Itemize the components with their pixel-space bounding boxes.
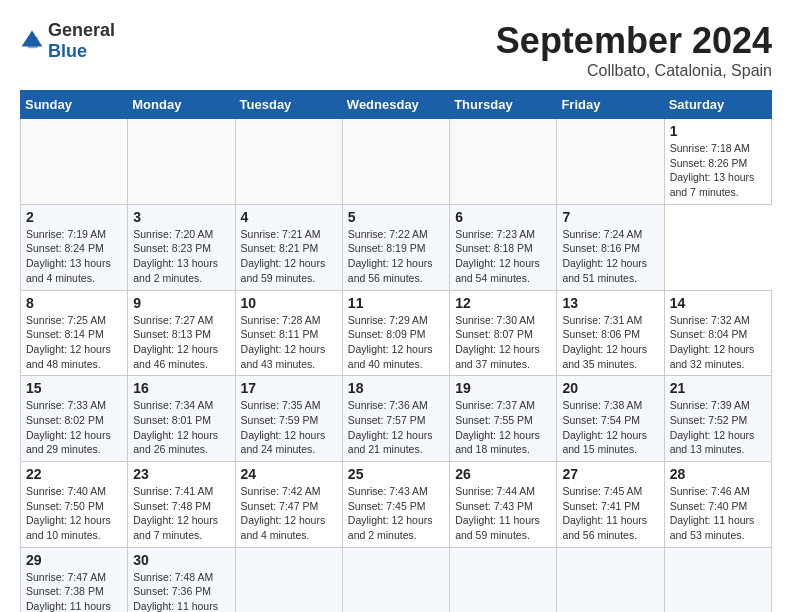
calendar-week-row: 1 Sunrise: 7:18 AMSunset: 8:26 PMDayligh…	[21, 119, 772, 205]
calendar-cell: 17 Sunrise: 7:35 AMSunset: 7:59 PMDaylig…	[235, 376, 342, 462]
day-number: 12	[455, 295, 551, 311]
day-info: Sunrise: 7:18 AMSunset: 8:26 PMDaylight:…	[670, 141, 766, 200]
calendar-week-row: 15 Sunrise: 7:33 AMSunset: 8:02 PMDaylig…	[21, 376, 772, 462]
day-info: Sunrise: 7:21 AMSunset: 8:21 PMDaylight:…	[241, 227, 337, 286]
day-info: Sunrise: 7:48 AMSunset: 7:36 PMDaylight:…	[133, 570, 229, 612]
day-info: Sunrise: 7:23 AMSunset: 8:18 PMDaylight:…	[455, 227, 551, 286]
calendar-cell: 13 Sunrise: 7:31 AMSunset: 8:06 PMDaylig…	[557, 290, 664, 376]
day-number: 28	[670, 466, 766, 482]
day-number: 17	[241, 380, 337, 396]
day-info: Sunrise: 7:29 AMSunset: 8:09 PMDaylight:…	[348, 313, 444, 372]
calendar-cell: 10 Sunrise: 7:28 AMSunset: 8:11 PMDaylig…	[235, 290, 342, 376]
calendar-cell	[557, 119, 664, 205]
col-saturday: Saturday	[664, 91, 771, 119]
calendar-cell: 2 Sunrise: 7:19 AMSunset: 8:24 PMDayligh…	[21, 204, 128, 290]
day-number: 16	[133, 380, 229, 396]
calendar-cell	[664, 547, 771, 612]
day-number: 7	[562, 209, 658, 225]
month-title: September 2024	[496, 20, 772, 62]
day-info: Sunrise: 7:22 AMSunset: 8:19 PMDaylight:…	[348, 227, 444, 286]
day-info: Sunrise: 7:41 AMSunset: 7:48 PMDaylight:…	[133, 484, 229, 543]
calendar-cell	[21, 119, 128, 205]
day-info: Sunrise: 7:24 AMSunset: 8:16 PMDaylight:…	[562, 227, 658, 286]
day-number: 13	[562, 295, 658, 311]
day-info: Sunrise: 7:35 AMSunset: 7:59 PMDaylight:…	[241, 398, 337, 457]
calendar-cell: 21 Sunrise: 7:39 AMSunset: 7:52 PMDaylig…	[664, 376, 771, 462]
day-number: 23	[133, 466, 229, 482]
day-number: 9	[133, 295, 229, 311]
calendar-week-row: 29 Sunrise: 7:47 AMSunset: 7:38 PMDaylig…	[21, 547, 772, 612]
calendar-cell	[342, 119, 449, 205]
calendar-cell: 25 Sunrise: 7:43 AMSunset: 7:45 PMDaylig…	[342, 462, 449, 548]
day-info: Sunrise: 7:31 AMSunset: 8:06 PMDaylight:…	[562, 313, 658, 372]
col-friday: Friday	[557, 91, 664, 119]
calendar-cell: 6 Sunrise: 7:23 AMSunset: 8:18 PMDayligh…	[450, 204, 557, 290]
logo-icon	[20, 29, 44, 53]
calendar-cell	[450, 547, 557, 612]
day-number: 11	[348, 295, 444, 311]
day-number: 10	[241, 295, 337, 311]
day-number: 14	[670, 295, 766, 311]
day-number: 22	[26, 466, 122, 482]
calendar-cell: 7 Sunrise: 7:24 AMSunset: 8:16 PMDayligh…	[557, 204, 664, 290]
day-number: 30	[133, 552, 229, 568]
calendar-week-row: 2 Sunrise: 7:19 AMSunset: 8:24 PMDayligh…	[21, 204, 772, 290]
calendar-cell: 27 Sunrise: 7:45 AMSunset: 7:41 PMDaylig…	[557, 462, 664, 548]
calendar-cell: 18 Sunrise: 7:36 AMSunset: 7:57 PMDaylig…	[342, 376, 449, 462]
calendar-cell: 28 Sunrise: 7:46 AMSunset: 7:40 PMDaylig…	[664, 462, 771, 548]
day-info: Sunrise: 7:32 AMSunset: 8:04 PMDaylight:…	[670, 313, 766, 372]
col-monday: Monday	[128, 91, 235, 119]
calendar-cell: 30 Sunrise: 7:48 AMSunset: 7:36 PMDaylig…	[128, 547, 235, 612]
day-info: Sunrise: 7:20 AMSunset: 8:23 PMDaylight:…	[133, 227, 229, 286]
calendar-cell: 16 Sunrise: 7:34 AMSunset: 8:01 PMDaylig…	[128, 376, 235, 462]
calendar-cell: 15 Sunrise: 7:33 AMSunset: 8:02 PMDaylig…	[21, 376, 128, 462]
day-number: 29	[26, 552, 122, 568]
day-number: 8	[26, 295, 122, 311]
day-number: 6	[455, 209, 551, 225]
calendar-cell	[235, 547, 342, 612]
day-info: Sunrise: 7:34 AMSunset: 8:01 PMDaylight:…	[133, 398, 229, 457]
calendar-week-row: 22 Sunrise: 7:40 AMSunset: 7:50 PMDaylig…	[21, 462, 772, 548]
day-info: Sunrise: 7:39 AMSunset: 7:52 PMDaylight:…	[670, 398, 766, 457]
logo-general: General	[48, 20, 115, 40]
calendar-cell: 8 Sunrise: 7:25 AMSunset: 8:14 PMDayligh…	[21, 290, 128, 376]
calendar-cell: 26 Sunrise: 7:44 AMSunset: 7:43 PMDaylig…	[450, 462, 557, 548]
day-info: Sunrise: 7:37 AMSunset: 7:55 PMDaylight:…	[455, 398, 551, 457]
day-number: 20	[562, 380, 658, 396]
day-info: Sunrise: 7:40 AMSunset: 7:50 PMDaylight:…	[26, 484, 122, 543]
day-number: 5	[348, 209, 444, 225]
calendar-cell: 19 Sunrise: 7:37 AMSunset: 7:55 PMDaylig…	[450, 376, 557, 462]
day-info: Sunrise: 7:27 AMSunset: 8:13 PMDaylight:…	[133, 313, 229, 372]
calendar-cell	[450, 119, 557, 205]
day-info: Sunrise: 7:46 AMSunset: 7:40 PMDaylight:…	[670, 484, 766, 543]
page-header: General Blue September 2024 Collbato, Ca…	[20, 20, 772, 80]
calendar-cell: 5 Sunrise: 7:22 AMSunset: 8:19 PMDayligh…	[342, 204, 449, 290]
day-info: Sunrise: 7:44 AMSunset: 7:43 PMDaylight:…	[455, 484, 551, 543]
title-block: September 2024 Collbato, Catalonia, Spai…	[496, 20, 772, 80]
calendar-cell: 9 Sunrise: 7:27 AMSunset: 8:13 PMDayligh…	[128, 290, 235, 376]
calendar-cell: 22 Sunrise: 7:40 AMSunset: 7:50 PMDaylig…	[21, 462, 128, 548]
day-number: 3	[133, 209, 229, 225]
calendar-table: Sunday Monday Tuesday Wednesday Thursday…	[20, 90, 772, 612]
day-info: Sunrise: 7:42 AMSunset: 7:47 PMDaylight:…	[241, 484, 337, 543]
calendar-week-row: 8 Sunrise: 7:25 AMSunset: 8:14 PMDayligh…	[21, 290, 772, 376]
calendar-cell: 23 Sunrise: 7:41 AMSunset: 7:48 PMDaylig…	[128, 462, 235, 548]
day-number: 18	[348, 380, 444, 396]
day-info: Sunrise: 7:36 AMSunset: 7:57 PMDaylight:…	[348, 398, 444, 457]
logo: General Blue	[20, 20, 115, 62]
location-subtitle: Collbato, Catalonia, Spain	[496, 62, 772, 80]
day-number: 24	[241, 466, 337, 482]
day-number: 26	[455, 466, 551, 482]
calendar-cell: 14 Sunrise: 7:32 AMSunset: 8:04 PMDaylig…	[664, 290, 771, 376]
calendar-cell: 1 Sunrise: 7:18 AMSunset: 8:26 PMDayligh…	[664, 119, 771, 205]
day-info: Sunrise: 7:28 AMSunset: 8:11 PMDaylight:…	[241, 313, 337, 372]
calendar-cell: 12 Sunrise: 7:30 AMSunset: 8:07 PMDaylig…	[450, 290, 557, 376]
day-number: 4	[241, 209, 337, 225]
col-tuesday: Tuesday	[235, 91, 342, 119]
day-number: 2	[26, 209, 122, 225]
calendar-cell: 11 Sunrise: 7:29 AMSunset: 8:09 PMDaylig…	[342, 290, 449, 376]
day-info: Sunrise: 7:33 AMSunset: 8:02 PMDaylight:…	[26, 398, 122, 457]
day-number: 27	[562, 466, 658, 482]
header-row: Sunday Monday Tuesday Wednesday Thursday…	[21, 91, 772, 119]
day-info: Sunrise: 7:30 AMSunset: 8:07 PMDaylight:…	[455, 313, 551, 372]
